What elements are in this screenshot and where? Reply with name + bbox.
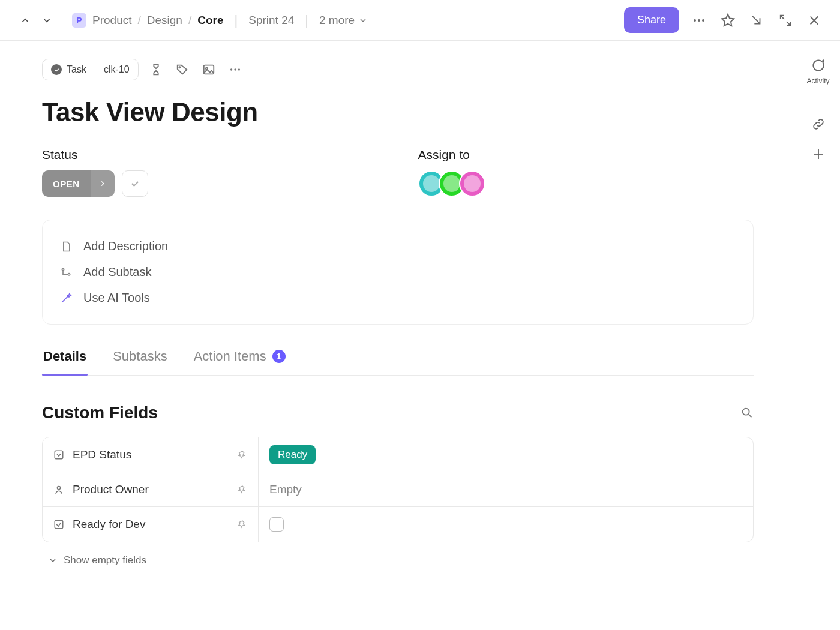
svg-line-17 (749, 415, 752, 418)
document-icon (59, 241, 73, 253)
custom-field-label: Product Owner (73, 483, 149, 496)
share-button[interactable]: Share (624, 7, 679, 33)
svg-line-5 (787, 21, 790, 25)
svg-point-16 (743, 409, 749, 415)
collapse-icon (779, 14, 792, 27)
pin-button[interactable] (238, 520, 247, 529)
breadcrumb-separator: / (137, 14, 140, 27)
copy-link-button[interactable] (811, 117, 826, 131)
mark-complete-button[interactable] (122, 170, 148, 197)
breadcrumb-item[interactable]: Product (92, 14, 131, 27)
checkbox[interactable] (269, 517, 284, 532)
custom-field-label: Ready for Dev (73, 518, 145, 531)
breadcrumb-separator: / (188, 14, 191, 27)
breadcrumb-more-label: 2 more (319, 14, 355, 27)
svg-line-4 (781, 15, 784, 19)
custom-field-value[interactable] (259, 507, 753, 542)
chevron-up-icon (20, 15, 31, 26)
tab-action-items-label: Action Items (194, 349, 266, 364)
chevron-down-icon (48, 556, 58, 565)
tags-button[interactable] (173, 61, 191, 79)
topbar: P Product / Design / Core | Sprint 24 | … (0, 0, 840, 41)
checkbox-field-icon (53, 519, 64, 530)
breadcrumb-item[interactable]: Design (147, 14, 182, 27)
breadcrumb-more[interactable]: 2 more (319, 14, 368, 27)
nav-down-button[interactable] (38, 12, 55, 29)
activity-label: Activity (806, 77, 829, 85)
close-icon (808, 14, 821, 27)
chevron-down-icon (41, 15, 52, 26)
breadcrumb-space-chip[interactable]: P (72, 13, 86, 28)
task-chip[interactable]: Task clk-10 (42, 59, 139, 80)
status-next-button[interactable] (91, 170, 115, 197)
rail-divider (808, 101, 829, 101)
person-field-icon (53, 484, 64, 495)
close-button[interactable] (805, 11, 823, 29)
more-button[interactable] (690, 11, 708, 29)
pin-icon (238, 485, 247, 494)
ellipsis-icon (229, 63, 242, 76)
add-subtask-button[interactable]: Add Subtask (59, 259, 736, 285)
pin-icon (238, 450, 247, 460)
task-type-label: Task (67, 64, 86, 75)
collapse-button[interactable] (776, 11, 794, 29)
add-panel-button[interactable] (811, 147, 826, 161)
custom-fields-title: Custom Fields (42, 403, 158, 422)
plus-icon (811, 147, 826, 161)
pin-icon (238, 520, 247, 529)
svg-point-11 (230, 68, 232, 70)
status-button[interactable]: OPEN (42, 170, 115, 197)
svg-point-15 (68, 273, 70, 275)
chevron-right-icon (98, 179, 107, 188)
favorite-button[interactable] (719, 11, 737, 29)
activity-button[interactable]: Activity (806, 58, 829, 85)
show-empty-label: Show empty fields (64, 554, 146, 566)
svg-point-1 (698, 19, 700, 22)
task-id-label: clk-10 (95, 59, 138, 80)
magic-wand-icon (59, 292, 73, 304)
avatar[interactable] (459, 170, 485, 197)
svg-point-19 (57, 486, 60, 489)
nav-up-button[interactable] (17, 12, 34, 29)
subtask-icon (59, 266, 73, 278)
status-label: Status (42, 148, 148, 162)
status-field: Status OPEN (42, 148, 148, 197)
show-empty-fields-button[interactable]: Show empty fields (42, 554, 754, 566)
pin-button[interactable] (238, 485, 247, 494)
custom-fields-search-button[interactable] (740, 406, 754, 419)
assignee-list[interactable] (418, 170, 485, 197)
check-icon (130, 178, 140, 189)
ellipsis-icon (692, 13, 706, 28)
tab-details[interactable]: Details (42, 349, 88, 375)
breadcrumb-sprint[interactable]: Sprint 24 (248, 14, 294, 27)
svg-point-0 (694, 19, 696, 22)
svg-rect-20 (55, 520, 63, 529)
status-tag: Ready (269, 445, 316, 464)
assign-label: Assign to (418, 148, 485, 162)
breadcrumb: P Product / Design / Core | Sprint 24 | … (72, 13, 368, 28)
cover-image-button[interactable] (200, 61, 218, 79)
chevron-down-icon (358, 16, 368, 25)
add-description-label: Add Description (83, 239, 168, 253)
tab-subtasks[interactable]: Subtasks (112, 349, 169, 375)
custom-field-row: Product Owner Empty (43, 472, 753, 507)
add-description-button[interactable]: Add Description (59, 233, 736, 259)
dropdown-field-icon (53, 449, 64, 460)
pin-button[interactable] (238, 450, 247, 460)
breadcrumb-item-active[interactable]: Core (197, 14, 223, 27)
time-tracking-button[interactable] (147, 61, 165, 79)
tabs: Details Subtasks Action Items 1 (42, 349, 754, 376)
download-icon (750, 14, 763, 27)
download-button[interactable] (748, 11, 766, 29)
custom-field-row: Ready for Dev (43, 507, 753, 542)
link-icon (811, 117, 826, 131)
custom-field-value[interactable]: Empty (259, 472, 753, 506)
hourglass-icon (149, 63, 163, 76)
svg-point-2 (702, 19, 704, 22)
custom-field-value[interactable]: Ready (259, 437, 753, 472)
use-ai-button[interactable]: Use AI Tools (59, 285, 736, 311)
quick-add-box: Add Description Add Subtask Use AI Tools (42, 220, 754, 325)
task-more-button[interactable] (226, 61, 244, 79)
tab-action-items[interactable]: Action Items 1 (193, 349, 287, 375)
task-title[interactable]: Task View Design (42, 97, 754, 127)
